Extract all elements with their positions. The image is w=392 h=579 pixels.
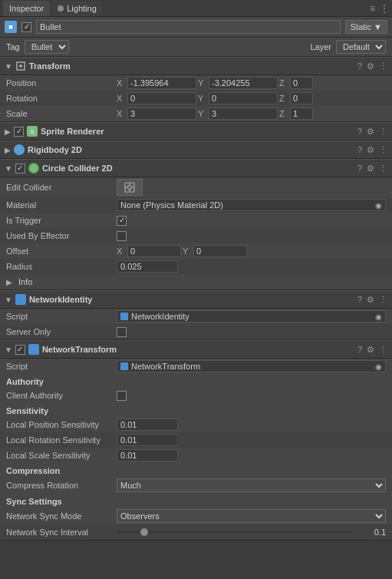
- compress-rotation-row: Compress Rotation Much: [0, 477, 392, 494]
- tab-inspector[interactable]: Inspector: [3, 1, 50, 16]
- sprite-renderer-menu-icon[interactable]: ⋮: [379, 127, 387, 137]
- layer-select[interactable]: Default: [336, 40, 386, 54]
- client-authority-checkbox[interactable]: [117, 391, 127, 401]
- sprite-renderer-enabled-checkbox[interactable]: [14, 127, 24, 137]
- circle-collider-section-header[interactable]: ▼ Circle Collider 2D ? ⚙ ⋮: [0, 159, 392, 177]
- rigidbody2d-help-icon[interactable]: ?: [357, 145, 362, 155]
- rotation-x-input[interactable]: [127, 92, 196, 104]
- network-identity-title: NetworkIdentity: [29, 295, 93, 304]
- sprite-renderer-section-header[interactable]: ▶ S Sprite Renderer ? ⚙ ⋮: [0, 122, 392, 141]
- info-label: Info: [18, 277, 32, 286]
- rigidbody2d-settings-icon[interactable]: ⚙: [367, 145, 374, 155]
- network-transform-script-icon: [120, 362, 128, 370]
- rotation-label: Rotation: [6, 94, 114, 103]
- network-transform-settings-icon[interactable]: ⚙: [367, 345, 374, 355]
- transform-icon: [15, 61, 26, 71]
- network-transform-help-icon[interactable]: ?: [357, 345, 362, 355]
- rigidbody2d-section-header[interactable]: ▶ Rigidbody 2D ? ⚙ ⋮: [0, 141, 392, 159]
- circle-collider-settings-icon[interactable]: ⚙: [367, 164, 374, 174]
- compress-rotation-select[interactable]: Much: [117, 478, 386, 492]
- network-identity-menu-icon[interactable]: ⋮: [379, 295, 387, 305]
- network-transform-icon: [28, 344, 39, 355]
- transform-help-icon[interactable]: ?: [357, 61, 362, 71]
- network-identity-icon: [15, 294, 26, 305]
- info-row: ▶ Info: [0, 274, 392, 290]
- network-sync-mode-select[interactable]: Observers: [117, 509, 386, 523]
- rigidbody2d-right-icons: ? ⚙ ⋮: [357, 145, 387, 155]
- object-cube-icon: ■: [5, 21, 17, 33]
- network-identity-script-label: Script: [6, 312, 114, 321]
- position-row: Position X Y Z: [0, 75, 392, 91]
- used-by-effector-checkbox[interactable]: [117, 231, 127, 241]
- network-identity-script-value: NetworkIdentity: [131, 312, 189, 321]
- network-sync-interval-thumb: [140, 528, 148, 536]
- circle-collider-enabled-checkbox[interactable]: [15, 164, 25, 174]
- sprite-renderer-help-icon[interactable]: ?: [357, 127, 362, 137]
- network-transform-enabled-checkbox[interactable]: [15, 345, 25, 355]
- edit-collider-icon: [124, 181, 136, 194]
- tag-select[interactable]: Bullet: [25, 40, 69, 54]
- rigidbody2d-menu-icon[interactable]: ⋮: [379, 145, 387, 155]
- circle-collider-icon: [28, 163, 39, 174]
- position-y-input[interactable]: [209, 77, 278, 89]
- local-scale-sensitivity-label: Local Scale Sensitivity: [6, 451, 114, 460]
- is-trigger-checkbox[interactable]: [117, 216, 127, 226]
- material-row: Material None (Physics Material 2D) ◉: [0, 197, 392, 213]
- scale-xyz: X Y Z: [117, 108, 386, 120]
- radius-input[interactable]: [117, 260, 178, 273]
- rigidbody2d-arrow-icon: ▶: [5, 146, 11, 154]
- rotation-z-input[interactable]: [290, 92, 313, 104]
- circle-collider-help-icon[interactable]: ?: [357, 164, 362, 174]
- rotation-y-input[interactable]: [209, 92, 278, 104]
- rotation-xyz: X Y Z: [117, 92, 386, 104]
- network-transform-title: NetworkTransform: [42, 345, 117, 354]
- circle-collider-menu-icon[interactable]: ⋮: [379, 164, 387, 174]
- scale-y-input[interactable]: [209, 108, 278, 120]
- network-transform-script-row: Script NetworkTransform ◉: [0, 359, 392, 374]
- position-x-input[interactable]: [127, 77, 196, 89]
- network-transform-menu-icon[interactable]: ⋮: [379, 345, 387, 355]
- local-scale-sensitivity-input[interactable]: [117, 449, 178, 462]
- network-identity-link-icon[interactable]: ◉: [375, 313, 382, 321]
- circle-collider-content: Edit Collider Material None (Physics Mat…: [0, 177, 392, 290]
- svg-point-3: [128, 186, 132, 190]
- radius-row: Radius: [0, 259, 392, 274]
- network-identity-script-icon: [120, 313, 128, 320]
- local-rotation-sensitivity-row: Local Rotation Sensitivity: [0, 432, 392, 448]
- local-rotation-sensitivity-input[interactable]: [117, 434, 178, 446]
- static-button[interactable]: Static ▼: [345, 20, 387, 34]
- compress-rotation-label: Compress Rotation: [6, 481, 114, 490]
- edit-collider-button[interactable]: [117, 179, 143, 196]
- network-sync-mode-label: Network Sync Mode: [6, 511, 114, 521]
- menu-icon[interactable]: ≡: [370, 3, 375, 14]
- server-only-checkbox[interactable]: [117, 327, 127, 337]
- position-z-input[interactable]: [290, 77, 313, 89]
- transform-settings-icon[interactable]: ⚙: [367, 61, 374, 71]
- local-position-sensitivity-input[interactable]: [117, 419, 178, 431]
- material-link-icon[interactable]: ◉: [375, 201, 382, 210]
- scale-z-input[interactable]: [290, 108, 313, 120]
- local-rotation-sensitivity-label: Local Rotation Sensitivity: [6, 435, 114, 445]
- offset-x-input[interactable]: [127, 245, 181, 257]
- lighting-tab-label: Lighting: [67, 4, 97, 13]
- more-icon[interactable]: ⋮: [380, 3, 389, 14]
- network-transform-section-header[interactable]: ▼ NetworkTransform ? ⚙ ⋮: [0, 340, 392, 359]
- offset-y-input[interactable]: [193, 245, 247, 257]
- compression-label: Compression: [0, 463, 392, 477]
- local-scale-sensitivity-row: Local Scale Sensitivity: [0, 448, 392, 463]
- network-sync-interval-slider[interactable]: [117, 531, 352, 534]
- client-authority-row: Client Authority: [0, 388, 392, 403]
- position-label: Position: [6, 78, 114, 88]
- material-field: None (Physics Material 2D) ◉: [117, 199, 386, 211]
- transform-section-header[interactable]: ▼ Transform ? ⚙ ⋮: [0, 57, 392, 75]
- transform-menu-icon[interactable]: ⋮: [379, 61, 387, 71]
- network-transform-link-icon[interactable]: ◉: [375, 362, 382, 371]
- sprite-renderer-settings-icon[interactable]: ⚙: [367, 127, 374, 137]
- scale-x-input[interactable]: [127, 108, 196, 120]
- network-identity-settings-icon[interactable]: ⚙: [367, 295, 374, 305]
- object-enabled-checkbox[interactable]: [21, 22, 31, 32]
- network-identity-help-icon[interactable]: ?: [357, 295, 362, 305]
- object-name-input[interactable]: [36, 20, 341, 34]
- network-identity-section-header[interactable]: ▼ NetworkIdentity ? ⚙ ⋮: [0, 290, 392, 309]
- tab-lighting[interactable]: Lighting: [51, 1, 103, 16]
